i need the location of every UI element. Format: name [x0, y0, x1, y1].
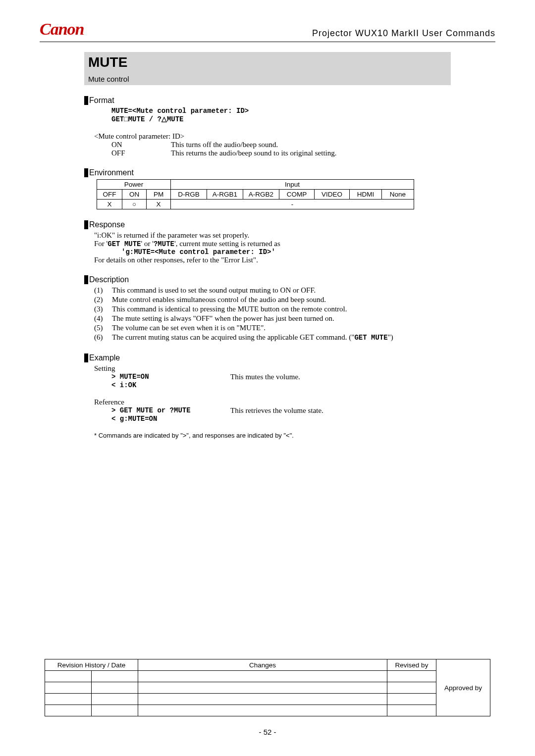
env-col: PM — [147, 189, 171, 199]
text: For ' — [94, 240, 107, 248]
code-inline: ?MUTE — [154, 240, 174, 248]
rev-cell — [387, 682, 436, 694]
format-sep: / ? — [145, 115, 161, 123]
section-head-example: Example — [84, 353, 495, 362]
response-line: For 'GET MUTE' or '?MUTE', current mute … — [94, 240, 451, 248]
description-number: (5) — [94, 324, 112, 333]
format-line-1: MUTE=<Mute control parameter: ID> — [111, 107, 495, 115]
env-cell: ○ — [122, 199, 147, 209]
env-cell: X — [97, 199, 122, 209]
env-group-input: Input — [171, 179, 414, 189]
doc-title: Projector WUX10 MarkII User Commands — [312, 28, 495, 39]
format-get: GET — [111, 115, 124, 123]
section-label: Response — [89, 220, 125, 229]
description-number: (1) — [94, 286, 112, 296]
command-subtitle-bar: Mute control — [84, 72, 451, 85]
description-item: (5)The volume can be set even when it is… — [94, 324, 393, 333]
description-item: (3)This command is identical to pressing… — [94, 305, 393, 314]
env-col: A-RGB1 — [207, 189, 243, 199]
env-cell-input: - — [171, 199, 414, 209]
rev-cell — [138, 705, 387, 716]
example-desc: This mutes the volume. — [230, 373, 300, 381]
rev-h3: Revised by — [387, 659, 436, 671]
revision-table: Revision History / Date Changes Revised … — [45, 659, 490, 716]
description-text: Mute control enables simultaneous contro… — [112, 296, 393, 305]
example-cmd: < i:OK — [111, 381, 230, 389]
description-text: This command is identical to pressing th… — [112, 305, 393, 314]
rev-cell — [138, 671, 387, 682]
section-label: Format — [89, 96, 114, 105]
rev-cell — [387, 705, 436, 716]
logo: Canon — [40, 20, 84, 39]
description-text: This command is used to set the sound ou… — [112, 286, 393, 296]
rev-cell — [92, 694, 138, 705]
section-label: Example — [89, 353, 120, 362]
description-item: (4)The mute setting is always "OFF" when… — [94, 314, 393, 324]
example-cmd: < g:MUTE=ON — [111, 415, 230, 423]
description-text: The mute setting is always "OFF" when th… — [112, 314, 393, 324]
code-inline: GET MUTE — [107, 240, 141, 248]
description-item: (1)This command is used to set the sound… — [94, 286, 393, 296]
section-head-format: Format — [84, 96, 495, 105]
section-head-response: Response — [84, 220, 495, 229]
example-cmd: > MUTE=ON — [111, 373, 230, 381]
rev-h4: Approved by — [436, 659, 490, 716]
description-number: (2) — [94, 296, 112, 305]
env-col: HDMI — [350, 189, 382, 199]
section-label: Description — [89, 275, 129, 284]
section-label: Environment — [89, 168, 134, 177]
response-line: For details on other responses, refer to… — [94, 256, 451, 264]
description-text: The volume can be set even when it is on… — [112, 324, 393, 333]
rev-h2: Changes — [138, 659, 387, 671]
param-key: ON — [111, 141, 171, 149]
param-key: OFF — [111, 149, 171, 157]
example-footnote: * Commands are indicated by ">", and res… — [94, 432, 451, 439]
rev-cell — [45, 705, 92, 716]
triangle-icon: △ — [161, 115, 167, 123]
param-value: This returns the audio/beep sound to its… — [171, 149, 337, 157]
example-setting-head: Setting — [94, 364, 451, 373]
rev-cell — [92, 705, 138, 716]
rev-cell — [387, 671, 436, 682]
rev-cell — [45, 682, 92, 694]
rev-h1: Revision History / Date — [45, 659, 138, 671]
page-header: Canon Projector WUX10 MarkII User Comman… — [40, 20, 495, 42]
response-line: "i:OK" is returned if the parameter was … — [94, 231, 451, 240]
env-col: VIDEO — [315, 189, 350, 199]
description-item: (6)The current muting status can be acqu… — [94, 333, 393, 343]
rev-cell — [92, 682, 138, 694]
param-value: This turns off the audio/beep sound. — [171, 141, 278, 149]
block-mark-icon — [84, 168, 88, 177]
block-mark-icon — [84, 220, 88, 229]
description-number: (3) — [94, 305, 112, 314]
env-cell: X — [147, 199, 171, 209]
rev-cell — [92, 671, 138, 682]
text: ', current mute setting is returned as — [174, 240, 280, 248]
description-list: (1)This command is used to set the sound… — [94, 286, 393, 343]
env-col: A-RGB2 — [243, 189, 279, 199]
environment-table: Power Input OFF ON PM D-RGB A-RGB1 A-RGB… — [97, 179, 414, 209]
env-col: None — [382, 189, 414, 199]
description-item: (2)Mute control enables simultaneous con… — [94, 296, 393, 305]
section-head-description: Description — [84, 275, 495, 284]
rev-cell — [138, 682, 387, 694]
block-mark-icon — [84, 96, 88, 105]
command-subtitle: Mute control — [88, 74, 447, 84]
block-mark-icon — [84, 353, 88, 362]
example-desc: This retrieves the volume state. — [230, 406, 323, 415]
command-title: MUTE — [88, 54, 447, 71]
description-text: The current muting status can be acquire… — [112, 333, 393, 343]
rev-cell — [45, 671, 92, 682]
param-header: <Mute control parameter: ID> — [94, 132, 451, 141]
format-line-2: GET□MUTE / ?△MUTE — [111, 115, 495, 123]
description-number: (6) — [94, 333, 112, 343]
text: ' or ' — [141, 240, 154, 248]
section-head-environment: Environment — [84, 168, 495, 177]
format-mute2: MUTE — [167, 115, 184, 123]
block-mark-icon — [84, 275, 88, 284]
description-number: (4) — [94, 314, 112, 324]
param-row: ON This turns off the audio/beep sound. — [111, 141, 495, 149]
env-col: D-RGB — [171, 189, 207, 199]
page-number: - 52 - — [0, 728, 535, 736]
example-reference-head: Reference — [94, 398, 451, 406]
